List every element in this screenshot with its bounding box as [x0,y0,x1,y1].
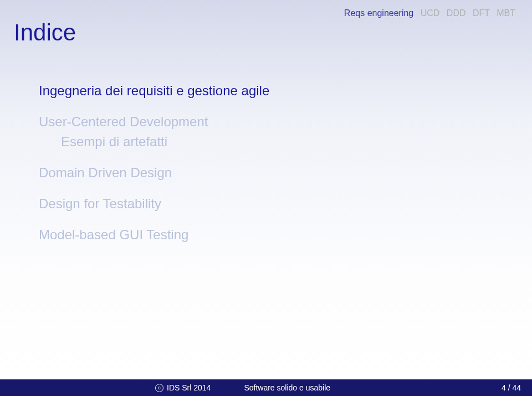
nav-ucd[interactable]: UCD [421,8,440,18]
toc-item-ddd[interactable]: Domain Driven Design [39,165,504,181]
footer-title: Software solido e usabile [244,383,330,392]
toc-item-requirements[interactable]: Ingegneria dei requisiti e gestione agil… [39,83,504,99]
nav-dft[interactable]: DFT [473,8,490,18]
toc-subitem-artifacts[interactable]: Esempi di artefatti [61,134,504,150]
toc-content: Ingegneria dei requisiti e gestione agil… [39,83,504,258]
footer-copyright-text: IDS Srl 2014 [167,383,211,392]
slide-title: Indice [14,19,76,46]
nav-mbt[interactable]: MBT [497,8,515,18]
header-nav: Reqs engineering UCD DDD DFT MBT [340,8,515,18]
toc-item-testability[interactable]: Design for Testability [39,196,504,212]
footer-copyright: c IDS Srl 2014 [155,383,211,392]
nav-ddd[interactable]: DDD [447,8,466,18]
copyright-icon: c [155,384,163,392]
footer: c IDS Srl 2014 Software solido e usabile… [0,379,532,396]
toc-item-ucd[interactable]: User-Centered Development [39,114,504,130]
toc-item-gui-testing[interactable]: Model-based GUI Testing [39,227,504,243]
footer-page-number: 4 / 44 [502,383,521,392]
nav-reqs-engineering[interactable]: Reqs engineering [344,8,413,18]
